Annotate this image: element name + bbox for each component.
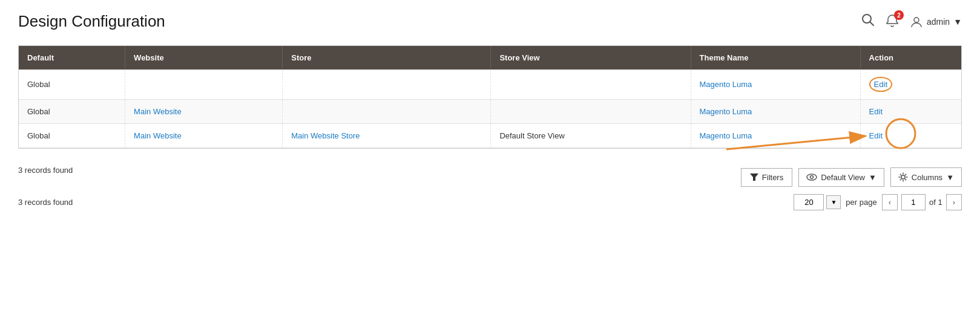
prev-page-button[interactable]: ‹ (882, 194, 898, 210)
link-website[interactable]: Main Website (134, 131, 182, 140)
notification-button[interactable]: 2 (886, 14, 899, 29)
design-config-table: Default Website Store Store View Theme N… (19, 46, 961, 148)
table-row: GlobalMain WebsiteMain Website StoreDefa… (19, 124, 961, 148)
svg-point-6 (901, 175, 905, 179)
per-page-dropdown-button[interactable]: ▼ (826, 195, 841, 209)
svg-point-4 (807, 174, 817, 180)
theme-name-link[interactable]: Magento Luma (700, 107, 752, 116)
theme-name-link[interactable]: Magento Luma (700, 131, 752, 140)
cell-store (283, 70, 491, 100)
current-page-input[interactable] (901, 194, 926, 210)
col-header-action: Action (860, 46, 961, 70)
cell-action: Edit (860, 100, 961, 124)
filters-button[interactable]: Filters (741, 168, 792, 187)
link-website[interactable]: Main Website (134, 107, 182, 116)
col-header-theme-name: Theme Name (691, 46, 860, 70)
cell-store_view (491, 100, 691, 124)
cell-store_view: Default Store View (491, 124, 691, 148)
cell-store (283, 100, 491, 124)
svg-line-1 (870, 22, 874, 26)
svg-point-5 (811, 176, 814, 179)
col-header-website: Website (125, 46, 283, 70)
col-header-default: Default (19, 46, 125, 70)
gear-icon (898, 172, 908, 182)
header-actions: 2 admin ▼ (861, 13, 962, 30)
records-found-label: 3 records found (18, 166, 73, 175)
admin-menu-button[interactable]: admin ▼ (910, 15, 962, 28)
view-button[interactable]: Default View ▼ (798, 168, 884, 187)
user-icon (910, 15, 923, 28)
cell-action: Edit (860, 124, 961, 148)
records-found-bottom: 3 records found (18, 198, 73, 207)
filter-toolbar: Filters Default View ▼ Columns ▼ (18, 167, 962, 187)
next-page-button[interactable]: › (946, 194, 962, 210)
col-header-store: Store (283, 46, 491, 70)
svg-point-2 (914, 18, 919, 22)
page-title: Design Configuration (18, 12, 165, 31)
eye-icon (806, 173, 817, 181)
cell-website: Main Website (125, 100, 283, 124)
pagination-bar: 3 records found ▼ per page ‹ of 1 › (18, 194, 962, 210)
admin-chevron-icon: ▼ (953, 17, 962, 27)
per-page-selector: ▼ per page (794, 194, 876, 210)
cell-default: Global (19, 70, 125, 100)
col-header-store-view: Store View (491, 46, 691, 70)
of-total-label: of 1 (929, 198, 942, 207)
edit-link[interactable]: Edit (869, 107, 883, 116)
toolbar-controls: Filters Default View ▼ Columns ▼ (741, 167, 962, 187)
theme-name-link[interactable]: Magento Luma (700, 80, 752, 89)
admin-label: admin (927, 17, 950, 27)
page-header: Design Configuration 2 a (18, 12, 962, 31)
table-row: GlobalMagento LumaEdit (19, 70, 961, 100)
columns-button[interactable]: Columns ▼ (890, 167, 962, 187)
cell-website: Main Website (125, 124, 283, 148)
per-page-input[interactable] (794, 194, 824, 210)
per-page-label: per page (846, 198, 876, 207)
cell-website (125, 70, 283, 100)
svg-marker-3 (750, 173, 758, 181)
edit-link[interactable]: Edit (869, 131, 883, 140)
cell-default: Global (19, 100, 125, 124)
table-row: GlobalMain WebsiteMagento LumaEdit (19, 100, 961, 124)
table-header-row: Default Website Store Store View Theme N… (19, 46, 961, 70)
page-wrapper: Design Configuration 2 a (0, 0, 980, 321)
cell-theme_name: Magento Luma (691, 100, 860, 124)
filter-icon (750, 173, 758, 181)
pagination-controls: ▼ per page ‹ of 1 › (794, 194, 962, 210)
link-store[interactable]: Main Website Store (291, 131, 360, 140)
view-chevron-icon: ▼ (869, 173, 876, 182)
search-button[interactable] (861, 13, 875, 30)
notification-badge: 2 (894, 10, 904, 20)
cell-default: Global (19, 124, 125, 148)
search-icon (861, 13, 875, 27)
cell-theme_name: Magento Luma (691, 70, 860, 100)
edit-link-highlighted[interactable]: Edit (869, 77, 892, 92)
cell-action: Edit (860, 70, 961, 100)
columns-chevron-icon: ▼ (946, 173, 954, 182)
cell-theme_name: Magento Luma (691, 124, 860, 148)
cell-store: Main Website Store (283, 124, 491, 148)
data-table-container: Default Website Store Store View Theme N… (18, 45, 962, 149)
cell-store_view (491, 70, 691, 100)
page-navigation: ‹ of 1 › (882, 194, 962, 210)
